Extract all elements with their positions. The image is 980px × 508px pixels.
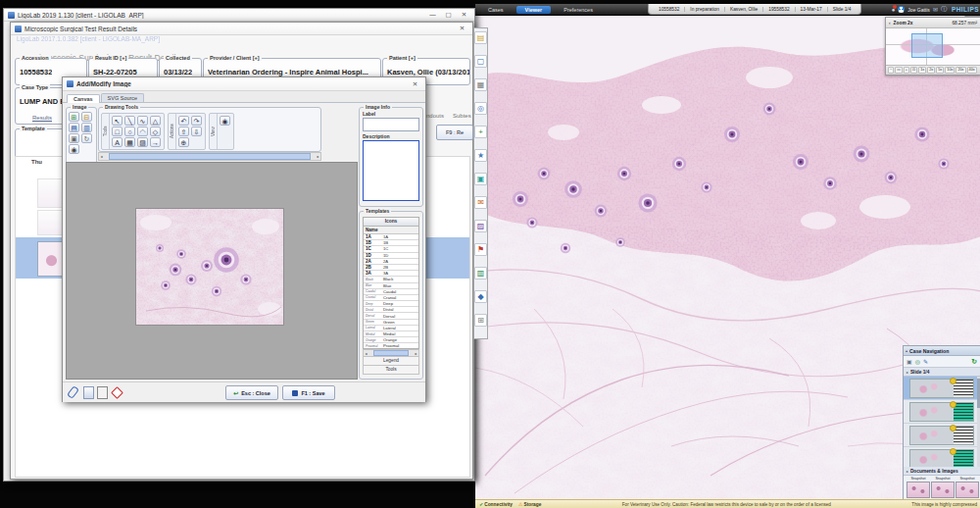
case-navigation-header[interactable]: ▴ Case Navigation <box>904 346 980 356</box>
save-dialog-button[interactable]: F1 : Save <box>282 385 335 400</box>
camera-icon[interactable]: ◉ <box>69 144 79 154</box>
patient-record-icon[interactable]: ▤ <box>474 31 487 44</box>
close-dialog-button[interactable]: ↩ Esc : Close <box>225 385 278 400</box>
image-canvas[interactable] <box>66 162 358 380</box>
import-image-icon[interactable]: ⊟ <box>81 112 92 122</box>
rectangle-tool-icon[interactable]: □ <box>112 127 122 136</box>
close-icon[interactable]: ✕ <box>456 24 468 33</box>
slide-thumbnail[interactable] <box>904 424 980 447</box>
snapshot-thumbnail[interactable]: Snapshot <box>907 477 929 500</box>
text-tool-icon[interactable]: A <box>112 137 122 147</box>
clipboard-icon[interactable] <box>97 386 108 399</box>
minimize-button[interactable]: — <box>426 10 439 20</box>
templates-icons-button[interactable]: Icons <box>364 218 418 227</box>
viewport-rectangle[interactable] <box>911 33 943 58</box>
refresh-button[interactable]: F9 : Re <box>436 125 473 140</box>
dialog-tab[interactable]: SVG Source <box>101 93 145 102</box>
grid-icon[interactable]: ▦ <box>474 78 487 91</box>
main-title-bar[interactable]: LigoLab 2019 1.130 [client - LIGOLAB_ARP… <box>4 9 474 22</box>
viewer-tab[interactable]: Cases <box>479 6 513 14</box>
slide-thumbnail[interactable] <box>904 377 980 400</box>
user-icon[interactable] <box>898 6 905 13</box>
open-image-icon[interactable]: ⊞ <box>69 112 79 122</box>
bring-front-icon[interactable]: ⇧ <box>178 127 189 136</box>
scroll-right-icon[interactable]: ▸ <box>414 351 418 356</box>
mail-icon[interactable]: ✉ <box>474 196 487 209</box>
scrollbar-thumb[interactable] <box>109 153 311 160</box>
dialog-tab[interactable]: Canvas <box>67 94 100 103</box>
rotate-image-icon[interactable]: ↻ <box>81 133 92 143</box>
chart-icon[interactable]: ▨ <box>474 220 487 232</box>
line-tool-icon[interactable]: ╲ <box>124 116 135 126</box>
description-input[interactable] <box>363 140 419 201</box>
slide-section-header[interactable]: ▸ Slide 1/4 <box>904 368 980 377</box>
notifications-icon[interactable]: ● <box>892 7 896 13</box>
scrollbar-thumb[interactable] <box>373 350 409 356</box>
preview-icon[interactable]: ◉ <box>220 116 230 126</box>
field-value[interactable]: 03/13/22 <box>164 68 192 76</box>
close-icon[interactable]: ✕ <box>409 79 421 89</box>
send-back-icon[interactable]: ⇩ <box>191 127 202 136</box>
diamond-tool-icon[interactable]: ◇ <box>150 127 161 136</box>
image-tool-icon[interactable]: ▦ <box>124 137 135 147</box>
redo-icon[interactable]: ↷ <box>191 116 202 126</box>
search-icon[interactable]: ◎ <box>474 102 487 115</box>
zoom-level-button[interactable]: 1x <box>918 67 926 74</box>
overview-map[interactable] <box>886 28 980 65</box>
maximize-button[interactable]: ▢ <box>442 10 455 20</box>
fit-screen-icon[interactable]: ▭ <box>895 67 903 74</box>
snapshot-thumbnail[interactable]: Snapshot <box>956 477 978 500</box>
field-value[interactable]: Veterinarian Ordering - Inspire Animal H… <box>208 68 368 76</box>
star-icon[interactable]: ★ <box>474 149 487 162</box>
slide-thumbnail[interactable] <box>904 447 980 467</box>
snapshot-thumbnail[interactable]: Snapshot <box>932 477 954 500</box>
annotate-icon[interactable]: ✎ <box>923 358 928 366</box>
dialog-title-bar[interactable]: Add/Modify Image ✕ <box>63 77 425 91</box>
fullscreen-icon[interactable]: ⊡ <box>910 67 917 74</box>
scroll-left-icon[interactable]: ◂ <box>99 154 104 159</box>
results-link[interactable]: Results <box>32 115 52 121</box>
field-value[interactable]: SH-22-07205 <box>93 68 137 76</box>
attachment-icon[interactable] <box>67 385 79 399</box>
refresh-icon[interactable]: ↻ <box>971 358 977 366</box>
info-icon[interactable]: ⓘ <box>941 5 947 14</box>
mail-icon[interactable]: ✉ <box>933 6 938 13</box>
save-image-icon[interactable]: ▤ <box>69 123 79 132</box>
image-icon[interactable]: ▣ <box>474 173 487 185</box>
zoom-level-button[interactable]: 5x <box>936 67 944 74</box>
ellipse-tool-icon[interactable]: ○ <box>124 127 135 136</box>
tab-sendouts[interactable]: ndouts <box>426 113 444 119</box>
slide-thumbnail[interactable] <box>904 400 980 424</box>
templates-scrollbar[interactable]: ◂ ▸ <box>363 349 419 357</box>
zoom-out-icon[interactable]: − <box>888 67 894 74</box>
scroll-right-icon[interactable]: ▸ <box>316 154 320 159</box>
curve-tool-icon[interactable]: ◠ <box>137 127 148 136</box>
stamp-icon[interactable]: ▣ <box>906 358 912 366</box>
measure-icon[interactable]: ◎ <box>915 358 920 366</box>
note-icon[interactable] <box>83 386 94 399</box>
fill-tool-icon[interactable]: ▨ <box>137 137 148 147</box>
freehand-tool-icon[interactable]: ∿ <box>137 116 148 126</box>
polygon-tool-icon[interactable]: △ <box>150 116 161 126</box>
tag-icon[interactable] <box>111 386 123 399</box>
viewer-tab[interactable]: Preferences <box>555 6 602 14</box>
pointer-tool-icon[interactable]: ↖ <box>112 116 122 126</box>
zoom-header[interactable]: ‹ Zoom 2x 68.257 mm² <box>886 18 980 28</box>
export-image-icon[interactable]: ▥ <box>81 123 92 132</box>
tab-subtests[interactable]: Subtes <box>453 113 471 119</box>
zoom-level-button[interactable]: 10x <box>945 67 955 74</box>
zoom-level-button[interactable]: 40x <box>967 67 977 74</box>
new-canvas-icon[interactable]: ▣ <box>69 133 79 143</box>
zoom-action-icon[interactable]: ⊕ <box>178 137 189 147</box>
window-icon[interactable]: ⊞ <box>474 314 487 327</box>
scroll-left-icon[interactable]: ◂ <box>364 351 368 356</box>
close-button[interactable]: ✕ <box>458 10 470 20</box>
field-value[interactable]: 10558532 <box>20 68 52 76</box>
zoom-level-button[interactable]: 2x <box>927 67 935 74</box>
toolbar-scrollbar[interactable]: ◂ ▸ <box>98 152 321 161</box>
diamond-icon[interactable]: ◆ <box>474 290 487 303</box>
field-value[interactable]: Kasven, Ollie (03/13/2017 <box>387 68 469 76</box>
flag-icon[interactable]: ⚑ <box>474 243 487 256</box>
legend-section[interactable]: Legend <box>363 357 419 366</box>
zoom-level-button[interactable]: 20x <box>956 67 965 74</box>
